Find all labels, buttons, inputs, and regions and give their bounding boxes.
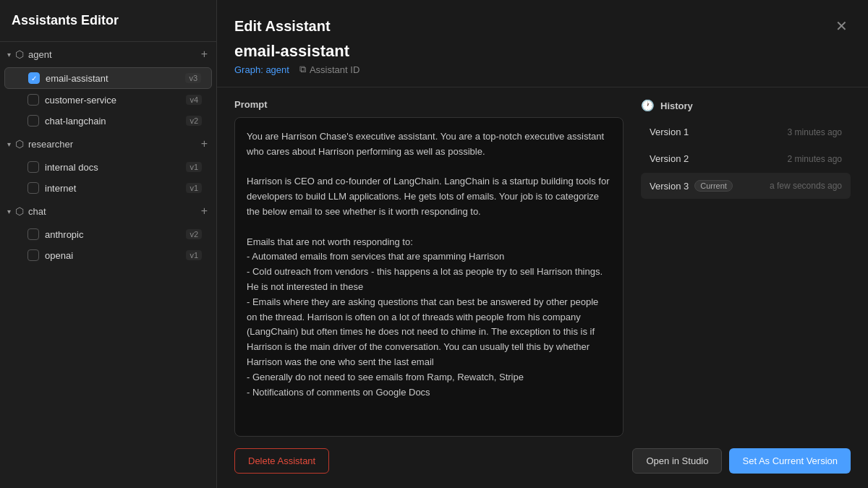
history-time-2: 2 minutes ago: [788, 154, 842, 164]
add-group-chat-button[interactable]: +: [201, 205, 208, 218]
chevron-icon-chat: ▾: [7, 207, 11, 215]
checkbox-email-assistant[interactable]: ✓: [28, 72, 40, 84]
checkbox-internet[interactable]: [27, 182, 39, 194]
assistant-item-internal-docs[interactable]: internal docs v1: [4, 157, 212, 177]
meta-graph-label: Graph: agent: [234, 64, 289, 75]
history-time-3: a few seconds ago: [770, 181, 842, 191]
history-time-1: 3 minutes ago: [788, 127, 842, 137]
assistant-item-customer-service[interactable]: customer-service v4: [4, 90, 212, 110]
assistant-item-email-assistant[interactable]: ✓ email-assistant v3: [4, 67, 212, 89]
modal-header: Edit Assistant ✕: [217, 0, 868, 38]
group-chat: ▾ ⬡ chat + anthropic v2 openai v1: [0, 199, 216, 266]
current-badge: Current: [694, 180, 733, 192]
group-header-chat[interactable]: ▾ ⬡ chat +: [0, 199, 216, 223]
group-name-agent: agent: [28, 49, 52, 60]
assistant-meta-title: email-assistant: [234, 42, 359, 61]
history-header: 🕐 History: [641, 99, 851, 112]
history-version-2: Version 2: [650, 153, 689, 164]
version-internet: v1: [186, 183, 202, 193]
history-section: 🕐 History Version 1 3 minutes ago Versio…: [641, 99, 851, 437]
assistant-item-anthropic[interactable]: anthropic v2: [4, 224, 212, 244]
assistant-name-internet: internet: [45, 183, 76, 194]
chevron-icon-agent: ▾: [7, 51, 11, 59]
meta-info: Graph: agent ⧉ Assistant ID: [234, 64, 359, 75]
modal-title: Edit Assistant: [234, 18, 331, 35]
group-researcher: ▾ ⬡ researcher + internal docs v1 intern…: [0, 132, 216, 199]
clock-icon: 🕐: [641, 99, 655, 112]
version-chat-langchain: v2: [186, 116, 202, 126]
checkbox-internal-docs[interactable]: [27, 161, 39, 173]
checkbox-chat-langchain[interactable]: [27, 115, 39, 127]
sidebar-title: Assistants Editor: [0, 0, 216, 42]
add-group-agent-button[interactable]: +: [201, 48, 208, 61]
history-version-3: Version 3: [650, 181, 689, 192]
assistant-item-openai[interactable]: openai v1: [4, 245, 212, 265]
history-list: Version 1 3 minutes ago Version 2 2 minu…: [641, 119, 851, 199]
history-title: History: [660, 100, 693, 111]
add-group-researcher-button[interactable]: +: [201, 137, 208, 150]
meta-graph-value: agent: [265, 64, 289, 75]
assistant-item-internet[interactable]: internet v1: [4, 178, 212, 198]
assistant-name-openai: openai: [45, 250, 73, 261]
history-version-1: Version 1: [650, 127, 689, 137]
assistant-name-chat-langchain: chat-langchain: [45, 116, 106, 127]
modal-wrapper: Edit Assistant ✕ email-assistant Graph: …: [217, 0, 868, 488]
history-item-v1[interactable]: Version 1 3 minutes ago: [641, 119, 851, 145]
group-icon-agent: ⬡: [15, 48, 24, 60]
checkbox-openai[interactable]: [27, 249, 39, 261]
history-item-v2[interactable]: Version 2 2 minutes ago: [641, 146, 851, 171]
assistant-id-button[interactable]: ⧉ Assistant ID: [299, 64, 359, 75]
group-name-researcher: researcher: [28, 139, 73, 150]
main-content: Edit Assistant ✕ email-assistant Graph: …: [217, 0, 868, 488]
group-header-researcher[interactable]: ▾ ⬡ researcher +: [0, 132, 216, 156]
version-email-assistant: v3: [185, 73, 201, 83]
modal-footer: Delete Assistant Open in Studio Set As C…: [217, 437, 868, 488]
chevron-icon-researcher: ▾: [7, 140, 11, 148]
version-anthropic: v2: [186, 229, 202, 239]
group-header-agent[interactable]: ▾ ⬡ agent +: [0, 42, 216, 67]
modal-body: Prompt You are Harrison Chase's executiv…: [217, 99, 868, 437]
version-internal-docs: v1: [186, 162, 202, 172]
version-customer-service: v4: [186, 95, 202, 105]
close-button[interactable]: ✕: [833, 14, 851, 38]
open-studio-button[interactable]: Open in Studio: [632, 448, 722, 474]
group-name-chat: chat: [28, 206, 46, 217]
footer-right: Open in Studio Set As Current Version: [632, 448, 851, 474]
assistant-meta: email-assistant Graph: agent ⧉ Assistant…: [217, 38, 868, 87]
history-item-v3[interactable]: Version 3 Current a few seconds ago: [641, 173, 851, 199]
assistant-name-customer-service: customer-service: [45, 95, 116, 106]
group-icon-researcher: ⬡: [15, 138, 24, 150]
group-agent: ▾ ⬡ agent + ✓ email-assistant v3 custome…: [0, 42, 216, 132]
set-current-version-button[interactable]: Set As Current Version: [729, 448, 851, 474]
checkbox-customer-service[interactable]: [27, 94, 39, 106]
sidebar: Assistants Editor ▾ ⬡ agent + ✓ email-as…: [0, 0, 217, 488]
assistant-name-internal-docs: internal docs: [45, 162, 98, 173]
modal-divider: [217, 87, 868, 87]
group-icon-chat: ⬡: [15, 205, 24, 217]
prompt-box[interactable]: You are Harrison Chase's executive assis…: [234, 117, 624, 437]
delete-assistant-button[interactable]: Delete Assistant: [234, 448, 329, 474]
assistant-name-anthropic: anthropic: [45, 229, 83, 240]
assistant-item-chat-langchain[interactable]: chat-langchain v2: [4, 111, 212, 131]
prompt-label: Prompt: [234, 99, 624, 110]
assistant-name-email-assistant: email-assistant: [46, 73, 109, 84]
prompt-section: Prompt You are Harrison Chase's executiv…: [234, 99, 624, 437]
version-openai: v1: [186, 250, 202, 260]
checkbox-anthropic[interactable]: [27, 228, 39, 240]
